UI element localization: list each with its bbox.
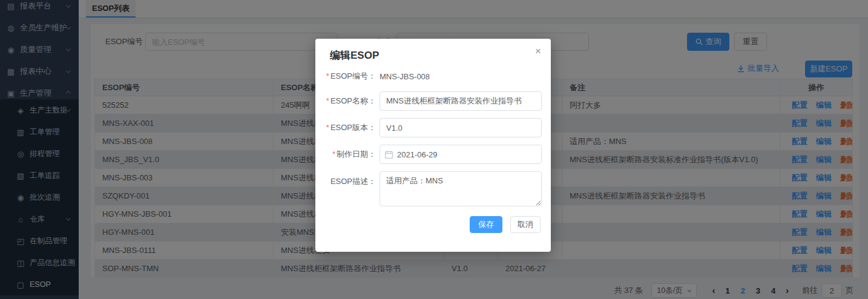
modal-make-date-input[interactable]: 2021-06-29 bbox=[380, 145, 542, 164]
modal-esop-code-value: MNS-JBS-008 bbox=[380, 72, 430, 81]
modal-desc-textarea[interactable]: 适用产品：MNS bbox=[380, 171, 542, 206]
modal-esop-code-label: *ESOP编号： bbox=[315, 71, 376, 82]
modal-esop-version-label: *ESOP版本： bbox=[315, 122, 376, 133]
save-button[interactable]: 保存 bbox=[470, 216, 502, 233]
modal-title: 编辑ESOP bbox=[315, 48, 551, 62]
modal-make-date-label: *制作日期： bbox=[315, 149, 376, 160]
edit-esop-modal: 编辑ESOP × *ESOP编号： MNS-JBS-008 *ESOP名称： *… bbox=[315, 39, 551, 252]
calendar-icon bbox=[385, 151, 393, 159]
cancel-button[interactable]: 取消 bbox=[510, 216, 541, 233]
modal-desc-label: ESOP描述： bbox=[315, 176, 376, 187]
app-root: ▤ 报表平台 ◍ 全员生产维护 ◉ 质量管理 ▦ 报表中心 ▣ 生产管理 ◈ 生… bbox=[0, 0, 868, 299]
modal-esop-name-input[interactable] bbox=[380, 91, 542, 111]
modal-esop-version-input[interactable] bbox=[380, 118, 542, 137]
modal-make-date-value: 2021-06-29 bbox=[397, 150, 438, 159]
modal-form: *ESOP编号： MNS-JBS-008 *ESOP名称： *ESOP版本： *… bbox=[315, 71, 551, 233]
modal-esop-name-label: *ESOP名称： bbox=[315, 96, 376, 107]
close-icon[interactable]: × bbox=[535, 46, 541, 56]
